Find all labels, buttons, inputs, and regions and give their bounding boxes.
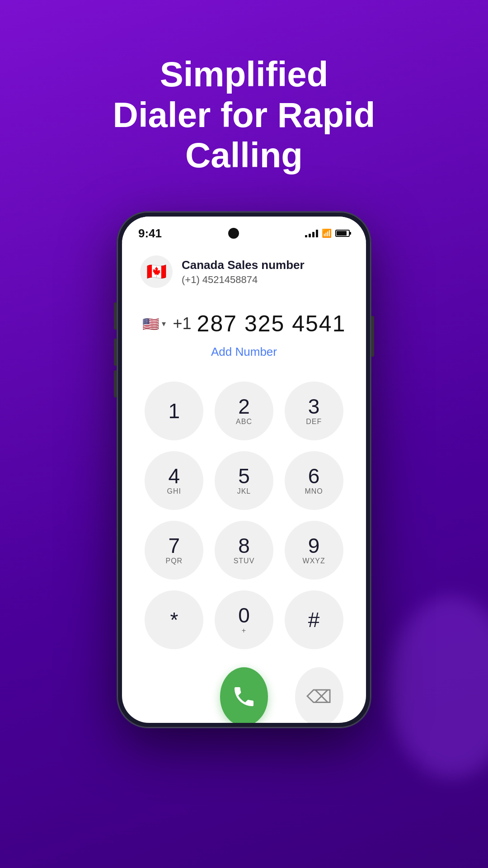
camera-dot: [228, 228, 239, 239]
key-digit: #: [308, 609, 320, 630]
key-digit: 5: [238, 466, 250, 486]
key-digit: 2: [238, 396, 250, 417]
empty-slot: [145, 667, 193, 723]
phone-frame: 9:41 📶 🇨🇦 Canada Sale: [117, 212, 371, 727]
key-0[interactable]: 0+: [215, 590, 273, 649]
key-letters: GHI: [167, 487, 181, 495]
key-letters: +: [242, 627, 246, 635]
key-digit: 7: [169, 535, 180, 556]
caller-flag-emoji: 🇨🇦: [146, 262, 167, 281]
caller-name: Canada Sales number: [182, 258, 305, 272]
key-letters: ABC: [236, 418, 252, 426]
flag-emoji: 🇺🇸: [142, 316, 159, 332]
key-digit: 1: [169, 401, 180, 421]
backspace-icon: ⌫: [306, 686, 332, 707]
key-letters: DEF: [306, 418, 322, 426]
key-letters: WXYZ: [303, 557, 325, 565]
key-letters: PQR: [165, 557, 183, 565]
phone-mockup: 9:41 📶 🇨🇦 Canada Sale: [117, 212, 371, 727]
status-time: 9:41: [138, 226, 162, 241]
phone-screen: 9:41 📶 🇨🇦 Canada Sale: [122, 217, 366, 723]
key-letters: JKL: [237, 487, 251, 495]
key-4[interactable]: 4GHI: [145, 451, 203, 510]
country-selector[interactable]: 🇺🇸 ▾: [142, 316, 166, 332]
headline: Simplified Dialer for Rapid Calling: [77, 54, 412, 176]
dialer-input-area[interactable]: 🇺🇸 ▾ +1 287 325 4541: [122, 292, 366, 341]
bg-decoration: [389, 597, 488, 778]
phone-call-icon: [231, 684, 257, 709]
key-5[interactable]: 5JKL: [215, 451, 273, 510]
key-7[interactable]: 7PQR: [145, 521, 203, 580]
key-1[interactable]: 1: [145, 382, 203, 440]
country-code: +1: [173, 314, 192, 333]
key-digit: 0: [238, 605, 250, 626]
key-#[interactable]: #: [285, 590, 343, 649]
headline-line3: Calling: [185, 135, 303, 175]
key-digit: 3: [308, 396, 320, 417]
caller-number: (+1) 4521458874: [182, 274, 305, 286]
key-6[interactable]: 6MNO: [285, 451, 343, 510]
status-bar: 9:41 📶: [122, 217, 366, 242]
headline-line1: Simplified: [160, 54, 328, 94]
key-3[interactable]: 3DEF: [285, 382, 343, 440]
key-8[interactable]: 8STUV: [215, 521, 273, 580]
delete-button[interactable]: ⌫: [295, 667, 343, 723]
signal-icon: [305, 229, 318, 237]
call-button[interactable]: [220, 667, 268, 723]
key-digit: *: [170, 609, 178, 630]
caller-avatar: 🇨🇦: [140, 255, 173, 288]
key-9[interactable]: 9WXYZ: [285, 521, 343, 580]
key-2[interactable]: 2ABC: [215, 382, 273, 440]
key-digit: 4: [169, 466, 180, 486]
action-row: ⌫: [122, 658, 366, 723]
status-icons: 📶: [305, 228, 350, 238]
wifi-icon: 📶: [322, 228, 332, 238]
caller-details: Canada Sales number (+1) 4521458874: [182, 258, 305, 286]
key-digit: 6: [308, 466, 320, 486]
add-number-link[interactable]: Add Number: [122, 341, 366, 373]
dropdown-arrow-icon: ▾: [162, 319, 166, 329]
key-letters: STUV: [234, 557, 255, 565]
caller-info: 🇨🇦 Canada Sales number (+1) 4521458874: [122, 242, 366, 292]
keypad: 12ABC3DEF4GHI5JKL6MNO7PQR8STUV9WXYZ*0+#: [122, 373, 366, 658]
headline-line2: Dialer for Rapid: [113, 95, 375, 135]
phone-number-display: 287 325 4541: [197, 311, 346, 337]
key-letters: MNO: [305, 487, 323, 495]
key-digit: 8: [238, 535, 250, 556]
key-*[interactable]: *: [145, 590, 203, 649]
battery-icon: [335, 230, 350, 237]
key-digit: 9: [308, 535, 320, 556]
